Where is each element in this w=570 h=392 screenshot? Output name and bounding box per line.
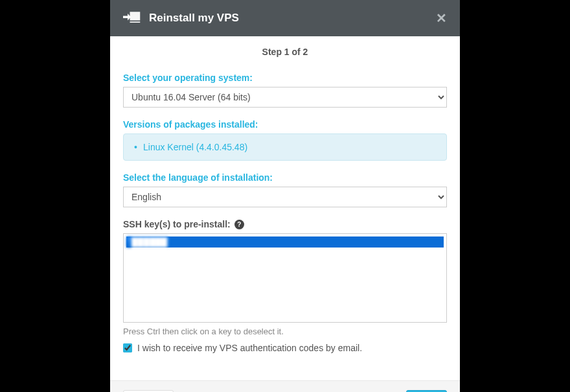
ssh-label: SSH key(s) to pre-install: — [123, 219, 231, 229]
modal-footer: Cancel Next — [110, 380, 460, 392]
language-label: Select the language of installation: — [123, 172, 447, 183]
language-select[interactable]: English — [123, 187, 447, 207]
packages-group: Versions of packages installed: Linux Ke… — [123, 119, 447, 161]
modal-title: Reinstall my VPS — [149, 12, 239, 25]
ssh-hint: Press Ctrl then click on a key to desele… — [123, 327, 447, 336]
ssh-group: SSH key(s) to pre-install: ? ██████ Pres… — [123, 219, 447, 353]
install-icon — [123, 11, 141, 26]
email-checkbox-row: I wish to receive my VPS authentication … — [123, 343, 447, 353]
language-group: Select the language of installation: Eng… — [123, 172, 447, 207]
step-indicator: Step 1 of 2 — [123, 47, 447, 57]
os-label: Select your operating system: — [123, 73, 447, 83]
email-checkbox[interactable] — [123, 343, 132, 352]
os-group: Select your operating system: Ubuntu 16.… — [123, 73, 447, 108]
packages-label: Versions of packages installed: — [123, 119, 447, 130]
close-icon[interactable]: ✕ — [436, 10, 447, 26]
packages-info-box: Linux Kernel (4.4.0.45.48) — [123, 133, 447, 161]
modal-body: Step 1 of 2 Select your operating system… — [110, 36, 460, 380]
os-select[interactable]: Ubuntu 16.04 Server (64 bits) — [123, 87, 447, 108]
ssh-key-item[interactable]: ██████ — [126, 236, 168, 248]
email-checkbox-label[interactable]: I wish to receive my VPS authentication … — [137, 343, 362, 353]
modal-header: Reinstall my VPS ✕ — [110, 0, 460, 36]
ssh-key-list[interactable]: ██████ — [123, 233, 447, 323]
help-icon[interactable]: ? — [234, 220, 244, 229]
package-item: Linux Kernel (4.4.0.45.48) — [134, 142, 436, 152]
reinstall-vps-modal: Reinstall my VPS ✕ Step 1 of 2 Select yo… — [110, 0, 460, 392]
